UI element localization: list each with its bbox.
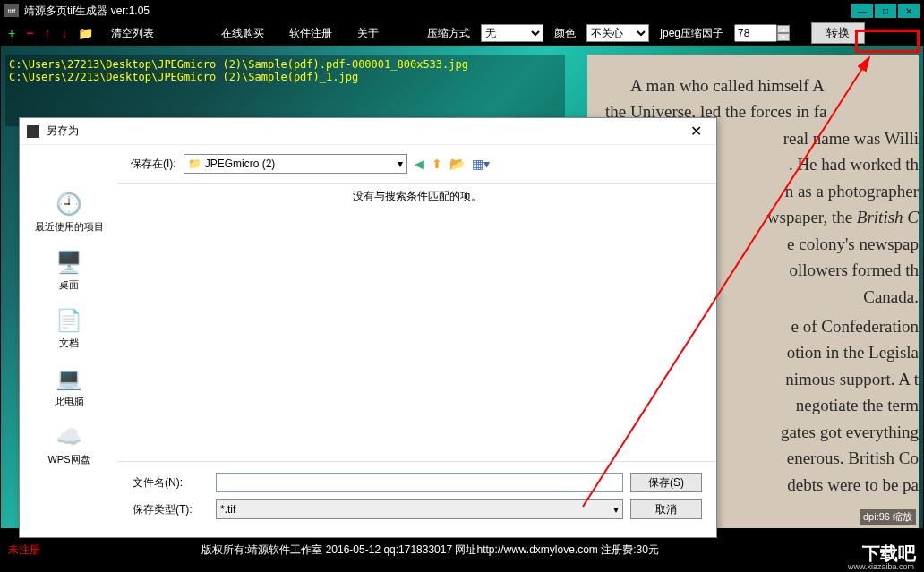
app-icon: tiff	[4, 4, 19, 17]
sidebar-item-recent[interactable]: 🕘 最近使用的项目	[35, 190, 104, 234]
save-button[interactable]: 保存(S)	[630, 473, 702, 492]
folder-icon: 📁	[188, 158, 201, 170]
recent-items-icon: 🕘	[55, 190, 83, 218]
filename-label: 文件名(N):	[133, 475, 209, 491]
remove-icon[interactable]: −	[26, 26, 33, 40]
new-folder-icon[interactable]: 📂	[449, 157, 465, 171]
toolbar: + − ↑ ↓ 📁 清空列表 在线购买 软件注册 关于 压缩方式 无 颜色 不关…	[1, 21, 923, 46]
jpeg-up-button[interactable]: ▲	[777, 25, 790, 33]
jpeg-factor-input[interactable]	[734, 24, 777, 42]
save-in-label: 保存在(I):	[131, 157, 176, 172]
dpi-info: dpi:96 缩放	[860, 509, 916, 525]
maximize-button[interactable]: □	[875, 4, 896, 18]
convert-button[interactable]: 转换	[811, 22, 865, 44]
register-link[interactable]: 软件注册	[289, 26, 332, 41]
dialog-sidebar: 🕘 最近使用的项目 🖥️ 桌面 📄 文档 💻 此电脑 ☁️ WPS网	[20, 183, 118, 537]
filetype-select[interactable]: *.tif ▾	[216, 499, 623, 519]
copyright-label: 版权所有:靖源软件工作室 2016-05-12 qq:171833017 网址h…	[201, 542, 659, 558]
wps-cloud-icon: ☁️	[55, 423, 83, 451]
up-level-icon[interactable]: ⬆	[432, 157, 442, 171]
app-title: 靖源多页tif生成器 ver:1.05	[24, 4, 851, 19]
window-close-button[interactable]: ✕	[898, 4, 920, 18]
dialog-icon	[27, 125, 39, 138]
move-down-icon[interactable]: ↓	[61, 26, 67, 40]
add-icon[interactable]: +	[8, 26, 15, 40]
chevron-down-icon: ▾	[613, 503, 619, 516]
move-up-icon[interactable]: ↑	[44, 26, 50, 40]
dialog-close-button[interactable]: ✕	[683, 123, 709, 140]
save-in-select[interactable]: 📁 JPEGmicro (2) ▾	[184, 154, 407, 174]
back-icon[interactable]: ◀	[415, 157, 424, 171]
save-in-value: JPEGmicro (2)	[205, 158, 276, 170]
minimize-button[interactable]: —	[851, 4, 873, 18]
filetype-label: 保存类型(T):	[133, 502, 209, 517]
about-link[interactable]: 关于	[357, 26, 379, 41]
clear-list-link[interactable]: 清空列表	[111, 26, 154, 41]
folder-icon[interactable]: 📁	[78, 26, 93, 40]
chevron-down-icon: ▾	[398, 158, 403, 170]
buy-online-link[interactable]: 在线购买	[221, 26, 264, 41]
watermark-url: www.xiazaiba.com	[848, 562, 914, 571]
no-match-message: 没有与搜索条件匹配的项。	[353, 190, 482, 202]
jpeg-label: jpeg压缩因子	[660, 26, 723, 41]
file-list-panel: C:\Users\27213\Desktop\JPEGmicro (2)\Sam…	[5, 55, 565, 126]
color-select[interactable]: 不关心	[586, 24, 649, 42]
preview-line: A man who called himself A	[605, 73, 919, 98]
compression-select[interactable]: 无	[481, 24, 543, 42]
sidebar-item-this-pc[interactable]: 💻 此电脑	[55, 364, 84, 408]
compression-label: 压缩方式	[427, 26, 470, 41]
filename-input[interactable]	[216, 473, 623, 492]
titlebar: tiff 靖源多页tif生成器 ver:1.05 — □ ✕	[1, 1, 923, 21]
desktop-icon: 🖥️	[55, 248, 83, 277]
color-label: 颜色	[554, 26, 576, 41]
this-pc-icon: 💻	[55, 364, 83, 393]
view-menu-icon[interactable]: ▦▾	[472, 157, 490, 171]
documents-icon: 📄	[55, 306, 83, 335]
sidebar-item-wps[interactable]: ☁️ WPS网盘	[47, 423, 90, 466]
cancel-button[interactable]: 取消	[630, 499, 702, 519]
dialog-title: 另存为	[47, 124, 683, 139]
dialog-titlebar: 另存为 ✕	[20, 118, 716, 145]
file-list-area: 没有与搜索条件匹配的项。	[118, 183, 716, 462]
sidebar-item-desktop[interactable]: 🖥️ 桌面	[55, 248, 83, 292]
file-list-item[interactable]: C:\Users\27213\Desktop\JPEGmicro (2)\Sam…	[9, 71, 561, 83]
save-as-dialog: 另存为 ✕ 保存在(I): 📁 JPEGmicro (2) ▾ ◀ ⬆ 📂 ▦▾	[19, 117, 717, 538]
unregistered-label: 未注册	[8, 542, 40, 558]
sidebar-item-documents[interactable]: 📄 文档	[55, 306, 83, 350]
file-list-item[interactable]: C:\Users\27213\Desktop\JPEGmicro (2)\Sam…	[9, 58, 561, 71]
jpeg-down-button[interactable]: ▼	[777, 33, 790, 41]
